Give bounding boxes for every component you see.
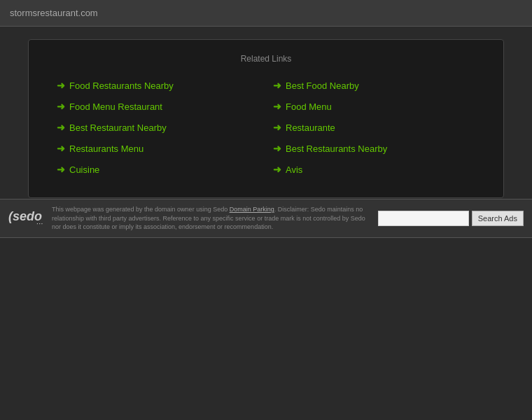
link-restaurants-menu[interactable]: Restaurants Menu [69,144,144,154]
list-item[interactable]: ➜ Restaurants Menu [50,138,266,159]
arrow-icon: ➜ [273,80,281,91]
arrow-icon: ➜ [273,143,281,154]
domain-parking-link[interactable]: Domain Parking [230,206,274,213]
list-item[interactable]: ➜ Best Restaurants Nearby [266,138,482,159]
arrow-icon: ➜ [273,101,281,112]
link-cuisine[interactable]: Cuisine [69,164,99,175]
links-grid: ➜ Food Restaurants Nearby ➜ Best Food Ne… [50,75,482,180]
related-links-box: Related Links ➜ Food Restaurants Nearby … [28,39,504,198]
link-restaurante[interactable]: Restaurante [286,122,335,133]
link-food-restaurants-nearby[interactable]: Food Restaurants Nearby [69,80,174,91]
search-ads-button[interactable]: Search Ads [472,211,524,226]
link-best-restaurants-nearby[interactable]: Best Restaurants Nearby [286,144,387,154]
domain-label: stormsrestaurant.com [10,8,98,18]
list-item[interactable]: ➜ Best Food Nearby [266,75,482,96]
list-item[interactable]: ➜ Avis [266,159,482,180]
sedo-logo: (sedo ··· [8,210,43,227]
footer: (sedo ··· This webpage was generated by … [0,199,532,238]
list-item[interactable]: ➜ Cuisine [50,159,266,180]
list-item[interactable]: ➜ Food Menu Restaurant [50,96,266,117]
link-avis[interactable]: Avis [286,164,302,175]
topbar: stormsrestaurant.com [0,0,532,27]
arrow-icon: ➜ [57,101,65,112]
list-item[interactable]: ➜ Food Menu [266,96,482,117]
arrow-icon: ➜ [57,164,65,175]
arrow-icon: ➜ [57,143,65,154]
arrow-icon: ➜ [57,80,65,91]
arrow-icon: ➜ [273,164,281,175]
search-input[interactable] [378,211,469,226]
link-best-food-nearby[interactable]: Best Food Nearby [286,80,359,91]
link-food-menu[interactable]: Food Menu [286,102,332,112]
link-best-restaurant-nearby[interactable]: Best Restaurant Nearby [69,122,167,133]
arrow-icon: ➜ [57,122,65,133]
related-links-title: Related Links [50,54,482,64]
arrow-icon: ➜ [273,122,281,133]
list-item[interactable]: ➜ Restaurante [266,117,482,138]
main-content: Related Links ➜ Food Restaurants Nearby … [0,27,532,211]
list-item[interactable]: ➜ Best Restaurant Nearby [50,117,266,138]
search-area: Search Ads [378,211,524,226]
disclaimer-text: This webpage was generated by the domain… [52,205,370,232]
link-food-menu-restaurant[interactable]: Food Menu Restaurant [69,102,162,112]
list-item[interactable]: ➜ Food Restaurants Nearby [50,75,266,96]
